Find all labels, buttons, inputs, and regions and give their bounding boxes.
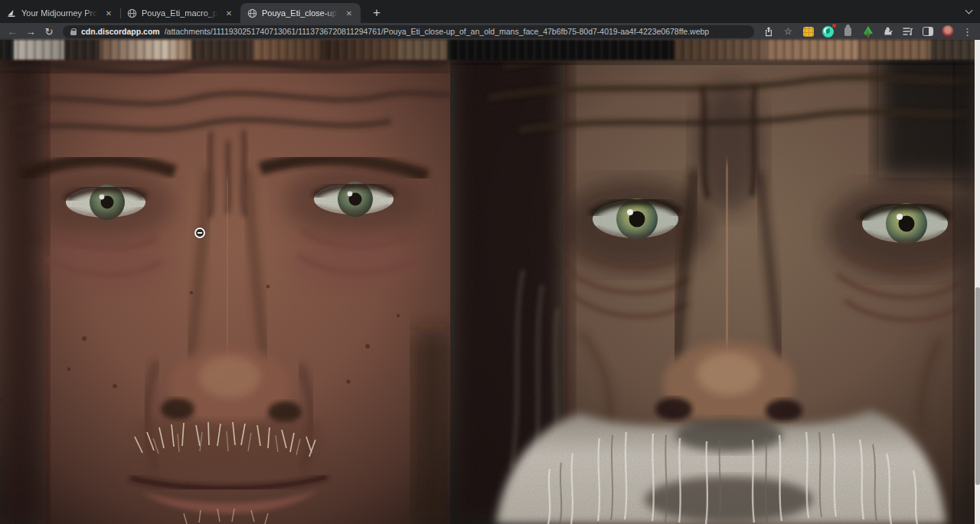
address-bar[interactable]: cdn.discordapp.com/attachments/111193025… (63, 25, 754, 38)
tab-title: Pouya_Eti_macro_photo_of_a (142, 8, 219, 18)
zoom-out-cursor-icon (194, 228, 205, 238)
scrollbar-thumb[interactable] (975, 287, 980, 485)
image-old-man-face-left[interactable] (0, 40, 450, 524)
url-path: /attachments/1111930251740713061/1113736… (165, 27, 710, 36)
midjourney-sailboat-icon (6, 8, 17, 18)
new-tab-button[interactable]: + (367, 3, 387, 23)
reading-list-icon[interactable] (901, 25, 914, 38)
page-content (0, 40, 980, 524)
close-icon[interactable]: ✕ (224, 8, 234, 18)
extension-gray-icon[interactable] (841, 25, 854, 38)
tab-macro-photo[interactable]: Pouya_Eti_macro_photo_of_a ✕ (120, 3, 240, 23)
image-old-man-face-right[interactable] (450, 40, 980, 524)
tab-midjourney-profile[interactable]: Your Midjourney Profile ✕ (0, 3, 120, 23)
menu-kebab-icon[interactable]: ⋮ (961, 25, 974, 38)
profile-avatar[interactable] (941, 25, 954, 38)
browser-toolbar: ← → ↻ cdn.discordapp.com/attachments/111… (0, 23, 980, 40)
close-icon[interactable]: ✕ (344, 8, 354, 18)
extension-forest-tree-icon[interactable] (861, 25, 874, 38)
side-panel-icon[interactable] (921, 25, 934, 38)
notification-badge (832, 24, 836, 28)
bookmark-star-icon[interactable]: ☆ (782, 25, 795, 38)
extension-yellow-grid-icon[interactable] (802, 25, 815, 38)
lock-icon (70, 28, 77, 35)
share-icon[interactable] (762, 25, 775, 38)
globe-icon (247, 8, 257, 18)
browser-window: Your Midjourney Profile ✕ Pouya_Eti_macr… (0, 0, 980, 524)
tab-title: Your Midjourney Profile (21, 8, 99, 18)
page-scrollbar[interactable] (975, 40, 980, 524)
tab-strip: Your Midjourney Profile ✕ Pouya_Eti_macr… (0, 0, 980, 23)
chevron-down-icon[interactable] (966, 8, 972, 14)
tab-close-up-active[interactable]: Pouya_Eti_close-up_of_an_old ✕ (240, 3, 361, 23)
scroll-artifact-band (0, 40, 980, 60)
toolbar-icons: ☆ ⋮ (762, 25, 975, 38)
url-domain: cdn.discordapp.com (81, 27, 160, 36)
extension-dark-moon-icon[interactable] (822, 25, 835, 38)
reload-button[interactable]: ↻ (41, 25, 57, 38)
globe-icon (126, 8, 137, 18)
close-icon[interactable]: ✕ (103, 8, 114, 18)
tab-title: Pouya_Eti_close-up_of_an_old (262, 8, 339, 18)
forward-button[interactable]: → (23, 25, 38, 38)
back-button[interactable]: ← (5, 25, 20, 38)
extensions-puzzle-icon[interactable] (881, 25, 894, 38)
